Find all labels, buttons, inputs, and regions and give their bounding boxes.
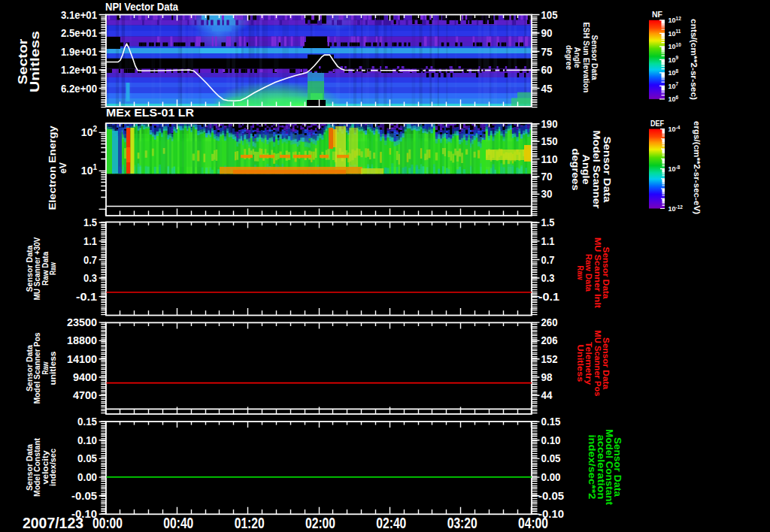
svg-text:-0.1: -0.1 bbox=[76, 291, 97, 303]
svg-text:Raw: Raw bbox=[576, 266, 585, 280]
svg-text:190: 190 bbox=[541, 118, 558, 130]
svg-text:75: 75 bbox=[541, 46, 553, 58]
svg-text:cnts/(cm**2-sr-sec): cnts/(cm**2-sr-sec) bbox=[690, 19, 698, 100]
svg-text:ergs/(cm**2-sr-sec-eV): ergs/(cm**2-sr-sec-eV) bbox=[693, 121, 701, 214]
svg-text:01:20: 01:20 bbox=[235, 514, 265, 531]
svg-text:degrees: degrees bbox=[570, 149, 581, 191]
svg-text:110: 110 bbox=[541, 153, 558, 165]
svg-text:0.10: 0.10 bbox=[541, 434, 561, 446]
svg-text:0.00: 0.00 bbox=[77, 471, 97, 483]
svg-text:Raw: Raw bbox=[49, 262, 57, 275]
svg-text:03:20: 03:20 bbox=[447, 514, 477, 531]
svg-text:MU Scanner Pos: MU Scanner Pos bbox=[593, 331, 602, 397]
svg-text:60: 60 bbox=[541, 64, 553, 76]
svg-text:0.15: 0.15 bbox=[77, 416, 97, 428]
svg-text:Sensor Data: Sensor Data bbox=[26, 345, 34, 391]
svg-text:1.9e+01: 1.9e+01 bbox=[61, 46, 97, 58]
svg-text:-0.05: -0.05 bbox=[538, 490, 564, 502]
svg-text:9400: 9400 bbox=[73, 371, 97, 383]
svg-text:23500: 23500 bbox=[67, 316, 97, 328]
svg-text:2007/123: 2007/123 bbox=[23, 514, 83, 531]
svg-text:6.2e+00: 6.2e+00 bbox=[61, 83, 97, 95]
svg-text:18800: 18800 bbox=[67, 334, 97, 346]
svg-text:Telemetry: Telemetry bbox=[584, 342, 593, 385]
svg-text:Raw Data: Raw Data bbox=[584, 254, 593, 292]
svg-text:0.15: 0.15 bbox=[541, 416, 561, 428]
svg-text:-0.05: -0.05 bbox=[71, 490, 97, 502]
svg-text:Unitless: Unitless bbox=[576, 345, 585, 382]
svg-text:0.00: 0.00 bbox=[541, 471, 561, 483]
svg-text:velocity: velocity bbox=[41, 450, 50, 485]
svg-text:Sensor Data: Sensor Data bbox=[26, 245, 34, 292]
svg-text:3.1e+01: 3.1e+01 bbox=[61, 9, 97, 21]
svg-text:00:00: 00:00 bbox=[92, 514, 123, 531]
svg-text:00:40: 00:40 bbox=[163, 514, 193, 531]
svg-text:1.1: 1.1 bbox=[541, 235, 555, 247]
svg-text:-0.1: -0.1 bbox=[538, 291, 559, 303]
svg-text:70: 70 bbox=[541, 171, 553, 183]
svg-text:105: 105 bbox=[541, 9, 558, 21]
svg-text:260: 260 bbox=[541, 316, 558, 328]
svg-text:Model Scanner Pos: Model Scanner Pos bbox=[33, 332, 41, 404]
svg-text:4700: 4700 bbox=[73, 389, 97, 401]
svg-text:44: 44 bbox=[541, 389, 553, 401]
svg-text:Sensor Data: Sensor Data bbox=[590, 35, 599, 80]
svg-text:1.2e+01: 1.2e+01 bbox=[61, 64, 97, 76]
svg-text:Angle: Angle bbox=[573, 47, 582, 68]
svg-text:0.3: 0.3 bbox=[83, 272, 97, 284]
svg-text:1.5: 1.5 bbox=[83, 216, 97, 228]
svg-text:degree: degree bbox=[565, 45, 574, 70]
svg-text:1.1: 1.1 bbox=[83, 235, 97, 247]
svg-text:eV: eV bbox=[57, 162, 68, 174]
svg-text:0.05: 0.05 bbox=[77, 452, 97, 464]
svg-text:206: 206 bbox=[541, 334, 558, 346]
svg-text:ESH Sun Elevation: ESH Sun Elevation bbox=[582, 22, 591, 92]
svg-text:index/sec**2: index/sec**2 bbox=[587, 435, 597, 500]
svg-text:02:00: 02:00 bbox=[305, 514, 335, 531]
svg-text:152: 152 bbox=[541, 353, 558, 365]
svg-text:Sensor Data: Sensor Data bbox=[602, 337, 611, 390]
svg-text:Raw: Raw bbox=[41, 361, 50, 374]
svg-text:04:00: 04:00 bbox=[518, 514, 548, 531]
svg-text:0.7: 0.7 bbox=[83, 254, 97, 266]
svg-text:90: 90 bbox=[541, 27, 553, 39]
svg-text:0.7: 0.7 bbox=[541, 254, 555, 266]
svg-text:NPI Vector Data: NPI Vector Data bbox=[105, 1, 179, 13]
svg-text:MU Scanner +30V: MU Scanner +30V bbox=[33, 237, 41, 300]
svg-text:14100: 14100 bbox=[67, 353, 97, 365]
svg-text:02:40: 02:40 bbox=[376, 514, 406, 531]
svg-text:Electron Energy: Electron Energy bbox=[47, 125, 58, 210]
svg-text:MU Scanner InIt: MU Scanner InIt bbox=[593, 237, 602, 308]
svg-text:45: 45 bbox=[541, 83, 553, 95]
svg-text:150: 150 bbox=[541, 135, 558, 147]
svg-text:0.3: 0.3 bbox=[541, 272, 555, 284]
svg-text:unitless: unitless bbox=[49, 351, 57, 385]
svg-text:index/sec: index/sec bbox=[49, 449, 57, 486]
svg-text:Sensor Data: Sensor Data bbox=[602, 247, 611, 300]
svg-text:MEx ELS-01 LR: MEx ELS-01 LR bbox=[106, 106, 194, 119]
svg-text:0.10: 0.10 bbox=[77, 434, 97, 446]
svg-text:Sensor Data: Sensor Data bbox=[26, 444, 34, 491]
svg-text:Model Constant: Model Constant bbox=[33, 437, 41, 497]
svg-text:30: 30 bbox=[541, 188, 553, 200]
svg-text:2.5e+01: 2.5e+01 bbox=[61, 27, 97, 39]
svg-text:DEF: DEF bbox=[650, 119, 664, 128]
svg-text:NF: NF bbox=[652, 11, 662, 19]
svg-text:98: 98 bbox=[541, 371, 553, 383]
svg-text:1.5: 1.5 bbox=[541, 216, 555, 228]
svg-text:Raw Data: Raw Data bbox=[41, 252, 50, 286]
svg-text:0.05: 0.05 bbox=[541, 452, 561, 464]
svg-text:Unitless: Unitless bbox=[28, 31, 41, 92]
